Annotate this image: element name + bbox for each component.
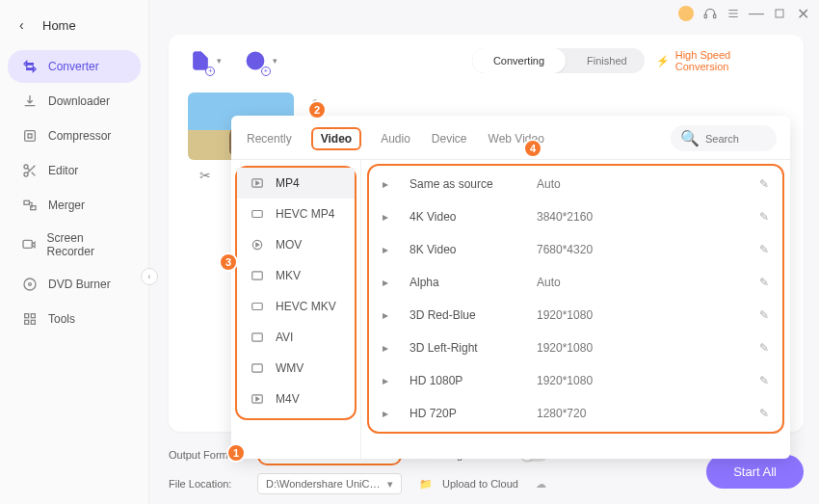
svg-rect-11 (31, 320, 35, 324)
file-location-select[interactable]: D:\Wondershare UniConverter 1 ▾ (257, 473, 402, 494)
headset-icon[interactable] (703, 7, 717, 20)
edit-preset-icon[interactable]: ✎ (759, 407, 769, 420)
tab-audio[interactable]: Audio (379, 130, 412, 147)
edit-preset-icon[interactable]: ✎ (759, 276, 769, 289)
sidebar-collapse-handle[interactable]: ‹ (141, 268, 158, 285)
trim-icon[interactable]: ✂ (199, 168, 211, 183)
chevron-down-icon: ▾ (217, 56, 222, 66)
play-icon: ▸ (383, 276, 398, 289)
chevron-down-icon: ▾ (387, 478, 393, 491)
sidebar-item-editor[interactable]: Editor (8, 154, 141, 187)
video-file-icon (249, 331, 266, 344)
play-icon: ▸ (383, 374, 398, 387)
bolt-icon: ⚡ (656, 55, 670, 67)
sidebar-item-label: Converter (48, 60, 99, 73)
sidebar-item-compressor[interactable]: Compressor (8, 119, 141, 152)
format-hevc-mp4[interactable]: HEVC MP4 (237, 199, 355, 229)
resolution-hd-1080p[interactable]: ▸HD 1080P1920*1080✎ (369, 364, 782, 397)
svg-rect-12 (704, 14, 706, 18)
edit-preset-icon[interactable]: ✎ (759, 308, 769, 322)
search-icon: 🔍 (680, 129, 700, 147)
video-file-icon (249, 361, 266, 375)
back-label: Home (42, 18, 76, 33)
sidebar-item-label: DVD Burner (48, 278, 111, 291)
svg-rect-10 (25, 320, 29, 324)
resolution-8k[interactable]: ▸8K Video7680*4320✎ (369, 233, 782, 266)
resolution-3d-left-right[interactable]: ▸3D Left-Right1920*1080✎ (369, 332, 782, 364)
sidebar-item-tools[interactable]: Tools (8, 303, 141, 335)
folder-icon[interactable]: 📁 (419, 478, 433, 491)
high-speed-conversion[interactable]: ⚡ High Speed Conversion (656, 49, 784, 72)
play-icon: ▸ (383, 243, 398, 256)
annotation-badge-2: 2 (307, 100, 327, 119)
svg-rect-3 (24, 200, 29, 204)
hamburger-icon[interactable] (727, 7, 740, 20)
tab-recently[interactable]: Recently (245, 130, 294, 147)
sidebar-item-label: Editor (48, 164, 78, 177)
edit-preset-icon[interactable]: ✎ (759, 341, 769, 355)
edit-preset-icon[interactable]: ✎ (759, 243, 769, 256)
format-tabs: Recently Video Audio Device Web Video 🔍 (231, 116, 790, 160)
minimize-icon[interactable]: — (750, 7, 763, 20)
format-mkv[interactable]: MKV (237, 260, 355, 291)
converter-icon (21, 58, 39, 75)
tab-converting[interactable]: Converting (472, 48, 566, 73)
resolution-3d-red-blue[interactable]: ▸3D Red-Blue1920*1080✎ (369, 299, 782, 332)
format-mov[interactable]: MOV (237, 229, 355, 260)
format-m4v[interactable]: M4V (237, 384, 355, 414)
tab-video[interactable]: Video (311, 127, 361, 150)
sidebar-item-merger[interactable]: Merger (8, 189, 141, 222)
hevc-icon (249, 300, 266, 313)
resolution-same-as-source[interactable]: ▸Same as sourceAuto✎ (369, 168, 782, 200)
edit-preset-icon[interactable]: ✎ (759, 210, 769, 224)
tab-finished[interactable]: Finished (566, 48, 645, 73)
format-list: MP4 HEVC MP4 MOV MKV HEVC MKV AVI WMV M4… (231, 160, 361, 459)
svg-rect-0 (25, 131, 36, 142)
sidebar-item-label: Merger (48, 199, 85, 212)
format-avi[interactable]: AVI (237, 322, 355, 353)
edit-preset-icon[interactable]: ✎ (759, 177, 769, 191)
disc-icon (21, 276, 39, 293)
toolbar: + ▾ + ▾ Converting Finished ⚡ High Speed… (188, 48, 784, 73)
sidebar-item-label: Compressor (48, 129, 111, 143)
search-input[interactable] (705, 133, 773, 145)
start-all-button[interactable]: Start All (706, 455, 804, 489)
svg-point-2 (24, 172, 28, 176)
format-mp4[interactable]: MP4 (237, 168, 355, 199)
sidebar-item-converter[interactable]: Converter (8, 50, 141, 83)
video-file-icon (249, 269, 266, 282)
close-icon[interactable]: ✕ (796, 7, 809, 20)
download-icon (21, 93, 39, 110)
resolution-4k[interactable]: ▸4K Video3840*2160✎ (369, 200, 782, 233)
sidebar-item-screen-recorder[interactable]: Screen Recorder (8, 224, 141, 266)
play-icon: ▸ (383, 177, 398, 191)
resolution-list: ▸Same as sourceAuto✎ ▸4K Video3840*2160✎… (361, 160, 790, 459)
format-search[interactable]: 🔍 (671, 125, 777, 151)
format-hevc-mkv[interactable]: HEVC MKV (237, 291, 355, 322)
svg-point-6 (24, 279, 36, 290)
maximize-icon[interactable] (773, 7, 786, 20)
svg-rect-14 (776, 10, 783, 17)
sidebar-item-dvd-burner[interactable]: DVD Burner (8, 268, 141, 301)
tab-device[interactable]: Device (430, 130, 469, 147)
chevron-down-icon: ▾ (273, 56, 277, 66)
add-folder-button[interactable]: + ▾ (243, 48, 267, 73)
hevc-icon (249, 207, 266, 221)
resolution-alpha[interactable]: ▸AlphaAuto✎ (369, 266, 782, 299)
file-location-label: File Location: (169, 478, 248, 490)
format-wmv[interactable]: WMV (237, 353, 355, 384)
resolution-hd-720p[interactable]: ▸HD 720P1280*720✎ (369, 397, 782, 430)
video-file-icon (249, 392, 266, 406)
profile-avatar[interactable] (678, 6, 694, 21)
add-file-button[interactable]: + ▾ (188, 48, 212, 73)
svg-rect-13 (714, 14, 716, 18)
cloud-icon[interactable]: ☁ (536, 478, 546, 491)
high-speed-label: High Speed Conversion (675, 49, 784, 72)
edit-preset-icon[interactable]: ✎ (759, 374, 769, 387)
sidebar-item-downloader[interactable]: Downloader (8, 85, 141, 118)
record-icon (21, 236, 38, 253)
back-home[interactable]: ‹ Home (0, 10, 148, 40)
svg-rect-22 (252, 364, 263, 372)
upload-label: Upload to Cloud (442, 478, 518, 490)
scissors-icon (21, 162, 39, 179)
